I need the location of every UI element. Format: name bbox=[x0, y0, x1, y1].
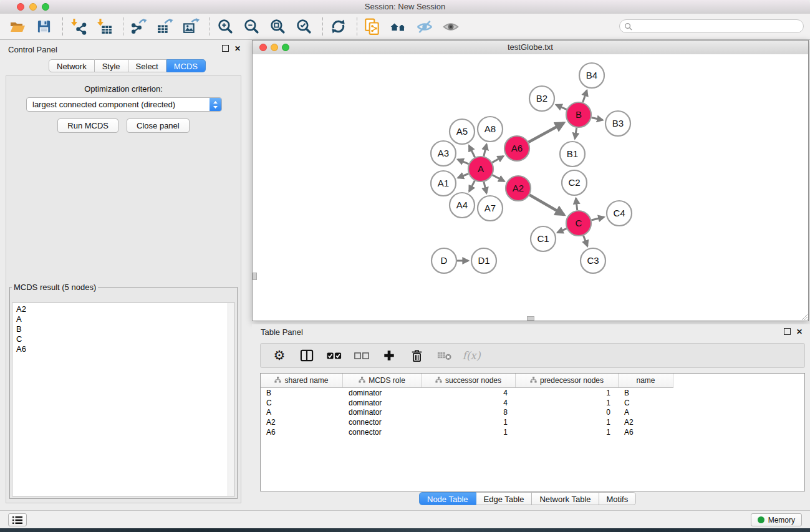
column-header-predecessor-nodes[interactable]: predecessor nodes bbox=[516, 374, 619, 387]
graph-edge-A-A6[interactable] bbox=[492, 156, 503, 162]
vertical-scrollbar-stub[interactable] bbox=[253, 273, 257, 280]
zoom-fit-icon[interactable] bbox=[269, 18, 286, 36]
network-graph: AA1A2A3A4A5A6A7A8BB1B2B3B4CC1C2C3C4DD1 bbox=[253, 54, 808, 321]
open-session-icon[interactable] bbox=[9, 18, 26, 36]
table-cell: 1 bbox=[422, 418, 516, 427]
table-cell: dominator bbox=[343, 399, 422, 407]
horizontal-scrollbar-stub[interactable] bbox=[527, 316, 534, 321]
task-history-button[interactable] bbox=[8, 513, 27, 526]
column-header-MCDS-role[interactable]: MCDS role bbox=[343, 374, 422, 387]
first-neighbors-icon[interactable] bbox=[390, 18, 407, 36]
graph-edge-B-B1[interactable] bbox=[575, 128, 577, 139]
graph-edge-A-A1[interactable] bbox=[458, 174, 468, 178]
zoom-selected-icon[interactable] bbox=[295, 18, 312, 36]
table-row[interactable]: Bdominator41B bbox=[261, 388, 804, 398]
close-panel-button[interactable]: Close panel bbox=[127, 118, 190, 133]
network-view-window: testGlobe.txt AA1A2A3A4A5A6A7A8BB1B2B3B4… bbox=[252, 40, 809, 321]
table-cell: A2 bbox=[261, 418, 343, 427]
graph-edge-A2-C[interactable] bbox=[529, 195, 564, 215]
toolbar-separator bbox=[210, 17, 210, 36]
show-columns-icon[interactable] bbox=[299, 348, 314, 363]
network-snapshot-icon[interactable] bbox=[364, 18, 381, 36]
graph-edge-B-B3[interactable] bbox=[591, 118, 602, 120]
graph-edge-A6-B[interactable] bbox=[528, 123, 564, 142]
network-canvas[interactable]: AA1A2A3A4A5A6A7A8BB1B2B3B4CC1C2C3C4DD1 bbox=[253, 54, 808, 321]
table-row[interactable]: Cdominator41C bbox=[261, 398, 804, 408]
memory-button[interactable]: Memory bbox=[751, 513, 802, 526]
table-cell: 8 bbox=[422, 408, 516, 417]
column-header-name[interactable]: name bbox=[619, 374, 673, 387]
delete-table-icon[interactable] bbox=[436, 348, 451, 363]
graph-node-label: C2 bbox=[568, 177, 580, 188]
export-network-icon[interactable] bbox=[130, 18, 147, 36]
tab-motifs[interactable]: Motifs bbox=[599, 492, 637, 505]
table-cell: connector bbox=[343, 428, 422, 437]
zoom-out-icon[interactable] bbox=[243, 18, 260, 36]
result-item[interactable]: A6 bbox=[16, 344, 234, 354]
float-panel-icon[interactable] bbox=[784, 328, 791, 335]
select-all-icon[interactable] bbox=[327, 348, 342, 363]
close-panel-icon[interactable]: ✕ bbox=[796, 329, 803, 335]
column-header-successor-nodes[interactable]: successor nodes bbox=[422, 374, 516, 387]
show-all-icon[interactable] bbox=[442, 18, 460, 36]
add-icon[interactable] bbox=[382, 348, 397, 363]
tab-node-table[interactable]: Node Table bbox=[419, 492, 476, 505]
export-table-icon[interactable] bbox=[156, 18, 173, 36]
graph-edge-A-A2[interactable] bbox=[493, 175, 504, 181]
optimization-criterion-select[interactable]: largest connected component (directed) bbox=[26, 97, 222, 112]
table-cell: 1 bbox=[516, 418, 619, 427]
search-input[interactable] bbox=[635, 21, 793, 31]
tree-icon bbox=[359, 376, 365, 385]
save-session-icon[interactable] bbox=[35, 18, 52, 36]
table-row[interactable]: A2connector11A2 bbox=[261, 417, 804, 427]
tab-mcds[interactable]: MCDS bbox=[166, 59, 206, 72]
refresh-icon[interactable] bbox=[329, 18, 347, 36]
search-box[interactable] bbox=[619, 19, 804, 33]
mcds-result-title: MCDS result (5 nodes) bbox=[12, 283, 98, 292]
table-row[interactable]: Adominator80A bbox=[261, 408, 804, 418]
result-item[interactable]: B bbox=[16, 324, 234, 334]
graph-edge-A-A4[interactable] bbox=[469, 181, 475, 191]
table-tabs: Node TableEdge TableNetwork TableMotifs bbox=[419, 492, 636, 505]
tab-network-table[interactable]: Network Table bbox=[532, 492, 599, 505]
graph-edge-A-A7[interactable] bbox=[484, 181, 486, 193]
import-network-icon[interactable] bbox=[69, 18, 87, 36]
tab-select[interactable]: Select bbox=[128, 59, 166, 72]
zoom-in-icon[interactable] bbox=[216, 18, 234, 36]
close-panel-icon[interactable]: ✕ bbox=[234, 46, 241, 52]
optimization-criterion-value: largest connected component (directed) bbox=[27, 100, 210, 109]
graph-edge-B-B4[interactable] bbox=[583, 90, 587, 102]
import-table-icon[interactable] bbox=[95, 18, 113, 36]
resize-grip-icon[interactable] bbox=[800, 312, 808, 320]
function-builder-icon[interactable]: f(x) bbox=[464, 348, 479, 363]
table-row[interactable]: A6connector11A6 bbox=[261, 427, 804, 437]
tab-style[interactable]: Style bbox=[95, 59, 128, 72]
table-cell: dominator bbox=[343, 389, 422, 397]
float-panel-icon[interactable] bbox=[222, 45, 229, 52]
column-header-shared-name[interactable]: shared name bbox=[261, 374, 343, 387]
export-image-icon[interactable] bbox=[182, 18, 200, 36]
graph-node-label: A8 bbox=[485, 123, 496, 134]
result-item[interactable]: A bbox=[16, 314, 234, 324]
settings-icon[interactable]: ⚙ bbox=[272, 348, 287, 363]
graph-edge-C-C4[interactable] bbox=[591, 217, 604, 220]
delete-icon[interactable] bbox=[409, 348, 424, 363]
tab-edge-table[interactable]: Edge Table bbox=[476, 492, 533, 505]
graph-edge-A-A5[interactable] bbox=[469, 145, 475, 157]
result-scrollbar[interactable] bbox=[228, 303, 234, 496]
control-panel: Control Panel ✕ NetworkStyleSelectMCDS O… bbox=[0, 40, 247, 510]
run-mcds-button[interactable]: Run MCDS bbox=[57, 118, 118, 133]
graph-edge-C-C2[interactable] bbox=[576, 198, 577, 210]
graph-edge-C-C3[interactable] bbox=[584, 236, 588, 246]
graph-node-label: A4 bbox=[456, 200, 468, 210]
graph-edge-A-A3[interactable] bbox=[458, 160, 469, 164]
result-item[interactable]: C bbox=[16, 334, 234, 344]
result-item[interactable]: A2 bbox=[16, 304, 234, 314]
tab-network[interactable]: Network bbox=[49, 59, 95, 72]
graph-edge-C-C1[interactable] bbox=[557, 228, 567, 233]
hide-selected-icon[interactable] bbox=[416, 18, 433, 36]
deselect-all-icon[interactable] bbox=[354, 348, 369, 363]
graph-edge-A-A8[interactable] bbox=[484, 144, 487, 156]
toolbar-separator bbox=[62, 17, 63, 36]
graph-edge-B-B2[interactable] bbox=[556, 105, 567, 109]
